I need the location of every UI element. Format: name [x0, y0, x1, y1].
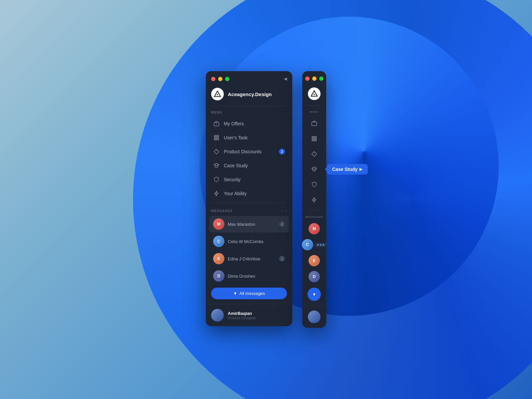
collapsed-sidebar-item-security[interactable] [307, 177, 322, 192]
collapsed-message-dima[interactable]: D [307, 269, 322, 284]
collapsed-close-button[interactable] [305, 76, 310, 81]
sidebars-container: ◀ Aceagency.Design MENU My Offers [206, 71, 326, 328]
svg-point-7 [216, 150, 217, 151]
avatar-max: M [213, 218, 224, 230]
messages-prev-button[interactable]: ‹ [282, 208, 283, 213]
sidebar-item-product-discounts[interactable]: Product Discounts 2 [209, 145, 289, 158]
svg-marker-8 [311, 91, 317, 96]
collapsed-sidebar-item-case-study[interactable]: Case Study ▶ [307, 162, 322, 177]
collapsed-profile-avatar [308, 311, 321, 323]
users-task-label: User's Task [224, 135, 285, 140]
profile-role: Product Designer [228, 316, 256, 320]
logo-icon [211, 88, 224, 100]
collapsed-sidebar-item-my-offers[interactable] [307, 116, 322, 131]
collapsed-all-messages-button[interactable]: ▼ [308, 288, 321, 301]
minimize-button[interactable] [218, 77, 222, 81]
case-study-tooltip: Case Study ▶ [327, 164, 368, 175]
all-messages-label: All messages [239, 291, 265, 296]
avatar-dima: D [213, 270, 224, 282]
sidebar-item-my-offers[interactable]: My Offers [209, 117, 289, 130]
all-messages-button[interactable]: ▼ All messages [211, 288, 287, 299]
app-title: Aceagency.Design [228, 91, 272, 97]
active-indicator-celia [315, 243, 327, 247]
message-badge-max: 2 [279, 221, 285, 227]
collapsed-window-controls [302, 71, 326, 84]
message-item-celia[interactable]: C Celia W McCombs [209, 233, 289, 250]
collapsed-sidebar-item-users-task[interactable] [307, 131, 322, 146]
message-items-list: M Max Maraston 2 C Celia W McCombs E Edn… [206, 216, 292, 284]
maximize-button[interactable] [225, 77, 229, 81]
message-item-max[interactable]: M Max Maraston 2 [209, 216, 289, 232]
collapsed-minimize-button[interactable] [312, 76, 317, 81]
user-profile[interactable]: AmirBaqian Product Designer [206, 304, 292, 326]
svg-rect-10 [312, 122, 317, 126]
sidebar-collapsed: MENU [302, 71, 326, 328]
message-name-max: Max Maraston [228, 222, 276, 227]
collapse-sidebar-button[interactable]: ◀ [284, 76, 287, 81]
message-name-dima: Dima Groshev [228, 274, 285, 279]
collapsed-briefcase-icon [311, 120, 318, 127]
collapsed-avatar-dima: D [309, 271, 320, 282]
collapsed-stack-icon [311, 135, 318, 142]
svg-point-9 [314, 94, 315, 95]
cursor-icon: ▶ [359, 167, 362, 172]
sidebar-item-security[interactable]: Security [209, 173, 289, 186]
collapsed-avatar-edna: E [309, 255, 320, 266]
bolt-icon [213, 190, 220, 197]
collapsed-user-profile[interactable] [302, 306, 326, 328]
svg-rect-11 [312, 136, 317, 137]
collapsed-menu-items-list: Case Study ▶ [302, 116, 326, 207]
product-discounts-label: Product Discounts [224, 149, 275, 154]
shield-icon [213, 176, 220, 183]
profile-info: AmirBaqian Product Designer [228, 311, 256, 320]
message-item-edna[interactable]: E Edna J Critchlow 1 [209, 250, 289, 267]
menu-section-label: MENU [206, 106, 292, 117]
messages-header: MESSAGES ‹ › [206, 203, 292, 216]
messages-navigation: ‹ › [282, 208, 287, 213]
profile-avatar [211, 309, 224, 322]
collapsed-message-celia[interactable]: C [300, 237, 329, 252]
avatar-celia: C [213, 236, 224, 247]
collapsed-messages-header: MESSAGES [302, 210, 326, 221]
collapsed-chevron-down-icon: ▼ [312, 292, 317, 297]
graduation-icon [213, 162, 220, 169]
collapsed-bolt-icon [311, 197, 318, 203]
svg-marker-0 [214, 91, 220, 97]
collapsed-tag-icon [311, 151, 318, 157]
menu-items-list: My Offers User's Task Product Discounts … [206, 117, 292, 200]
collapsed-avatar-celia: C [302, 239, 313, 250]
collapsed-shield-icon [311, 181, 318, 188]
logo-area: Aceagency.Design [206, 84, 292, 106]
sidebar-item-users-task[interactable]: User's Task [209, 131, 289, 144]
sidebar-expanded: ◀ Aceagency.Design MENU My Offers [206, 71, 292, 326]
chevron-down-icon: ▼ [233, 291, 237, 296]
collapsed-messages-label: MESSAGES [302, 215, 326, 218]
briefcase-icon [213, 120, 220, 127]
window-controls: ◀ [206, 71, 292, 84]
sidebar-item-your-ability[interactable]: Your Ability [209, 187, 289, 200]
security-label: Security [224, 177, 285, 182]
collapsed-maximize-button[interactable] [319, 76, 324, 81]
collapsed-message-edna[interactable]: E [307, 253, 322, 268]
collapsed-message-items: M C E D [302, 221, 326, 284]
dot-2 [320, 244, 322, 246]
tag-icon [213, 148, 220, 155]
collapsed-avatar-max: M [309, 223, 320, 234]
dot-3 [323, 244, 324, 246]
messages-next-button[interactable]: › [286, 208, 287, 213]
dot-1 [317, 244, 319, 246]
svg-point-1 [217, 94, 218, 95]
svg-rect-6 [214, 139, 219, 140]
message-item-dima[interactable]: D Dima Groshev [209, 268, 289, 284]
close-button[interactable] [211, 77, 215, 81]
collapsed-sidebar-item-product-discounts[interactable] [307, 147, 322, 161]
svg-rect-13 [312, 140, 317, 141]
collapsed-logo-area [302, 84, 326, 105]
messages-section-label: MESSAGES [211, 209, 282, 213]
message-name-celia: Celia W McCombs [228, 239, 285, 244]
sidebar-item-case-study[interactable]: Case Study [209, 159, 289, 172]
collapsed-sidebar-item-your-ability[interactable] [307, 193, 322, 207]
avatar-edna: E [213, 253, 224, 264]
collapsed-message-max[interactable]: M [307, 221, 322, 236]
svg-rect-4 [214, 135, 219, 136]
